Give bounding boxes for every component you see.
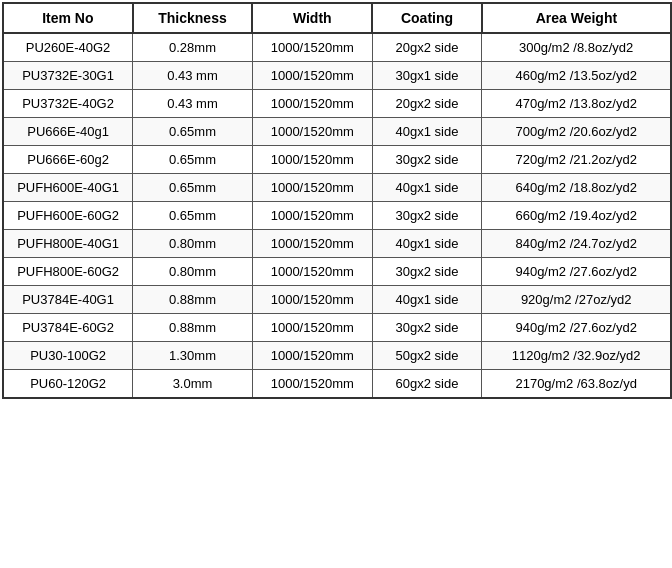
- item-no-cell: PU60-120G2: [3, 370, 133, 399]
- width-cell: 1000/1520mm: [252, 258, 372, 286]
- width-cell: 1000/1520mm: [252, 286, 372, 314]
- item-no-cell: PU3784E-40G1: [3, 286, 133, 314]
- table-row: PU666E-60g20.65mm1000/1520mm30gx2 side72…: [3, 146, 671, 174]
- table-row: PU3784E-60G20.88mm1000/1520mm30gx2 side9…: [3, 314, 671, 342]
- table-row: PU3732E-40G20.43 mm1000/1520mm20gx2 side…: [3, 90, 671, 118]
- table-row: PUFH600E-60G20.65mm1000/1520mm30gx2 side…: [3, 202, 671, 230]
- coating-cell: 40gx1 side: [372, 118, 482, 146]
- width-cell: 1000/1520mm: [252, 62, 372, 90]
- coating-cell: 40gx1 side: [372, 286, 482, 314]
- width-cell: 1000/1520mm: [252, 202, 372, 230]
- item-no-cell: PU260E-40G2: [3, 33, 133, 62]
- thickness-cell: 0.43 mm: [133, 90, 253, 118]
- area-weight-cell: 2170g/m2 /63.8oz/yd: [482, 370, 671, 399]
- table-row: PU3732E-30G10.43 mm1000/1520mm30gx1 side…: [3, 62, 671, 90]
- item-no-cell: PUFH800E-40G1: [3, 230, 133, 258]
- column-header-thickness: Thickness: [133, 3, 253, 33]
- item-no-cell: PUFH600E-40G1: [3, 174, 133, 202]
- area-weight-cell: 920g/m2 /27oz/yd2: [482, 286, 671, 314]
- width-cell: 1000/1520mm: [252, 90, 372, 118]
- thickness-cell: 0.88mm: [133, 286, 253, 314]
- thickness-cell: 0.65mm: [133, 202, 253, 230]
- item-no-cell: PUFH800E-60G2: [3, 258, 133, 286]
- thickness-cell: 0.80mm: [133, 258, 253, 286]
- area-weight-cell: 1120g/m2 /32.9oz/yd2: [482, 342, 671, 370]
- width-cell: 1000/1520mm: [252, 230, 372, 258]
- thickness-cell: 0.88mm: [133, 314, 253, 342]
- item-no-cell: PU666E-60g2: [3, 146, 133, 174]
- item-no-cell: PU3732E-30G1: [3, 62, 133, 90]
- coating-cell: 60gx2 side: [372, 370, 482, 399]
- thickness-cell: 0.65mm: [133, 118, 253, 146]
- table-row: PU3784E-40G10.88mm1000/1520mm40gx1 side9…: [3, 286, 671, 314]
- table-row: PU60-120G23.0mm1000/1520mm60gx2 side2170…: [3, 370, 671, 399]
- table-row: PUFH800E-40G10.80mm1000/1520mm40gx1 side…: [3, 230, 671, 258]
- item-no-cell: PU3784E-60G2: [3, 314, 133, 342]
- thickness-cell: 0.65mm: [133, 174, 253, 202]
- coating-cell: 30gx2 side: [372, 146, 482, 174]
- column-header-width: Width: [252, 3, 372, 33]
- table-row: PUFH800E-60G20.80mm1000/1520mm30gx2 side…: [3, 258, 671, 286]
- area-weight-cell: 700g/m2 /20.6oz/yd2: [482, 118, 671, 146]
- area-weight-cell: 720g/m2 /21.2oz/yd2: [482, 146, 671, 174]
- coating-cell: 20gx2 side: [372, 33, 482, 62]
- area-weight-cell: 940g/m2 /27.6oz/yd2: [482, 258, 671, 286]
- item-no-cell: PU3732E-40G2: [3, 90, 133, 118]
- thickness-cell: 0.65mm: [133, 146, 253, 174]
- product-table: Item NoThicknessWidthCoatingArea Weight …: [2, 2, 672, 399]
- table-row: PU30-100G21.30mm1000/1520mm50gx2 side112…: [3, 342, 671, 370]
- area-weight-cell: 460g/m2 /13.5oz/yd2: [482, 62, 671, 90]
- coating-cell: 30gx2 side: [372, 314, 482, 342]
- coating-cell: 30gx2 side: [372, 258, 482, 286]
- width-cell: 1000/1520mm: [252, 33, 372, 62]
- area-weight-cell: 470g/m2 /13.8oz/yd2: [482, 90, 671, 118]
- width-cell: 1000/1520mm: [252, 118, 372, 146]
- width-cell: 1000/1520mm: [252, 174, 372, 202]
- thickness-cell: 0.28mm: [133, 33, 253, 62]
- area-weight-cell: 840g/m2 /24.7oz/yd2: [482, 230, 671, 258]
- thickness-cell: 1.30mm: [133, 342, 253, 370]
- area-weight-cell: 940g/m2 /27.6oz/yd2: [482, 314, 671, 342]
- item-no-cell: PU666E-40g1: [3, 118, 133, 146]
- area-weight-cell: 660g/m2 /19.4oz/yd2: [482, 202, 671, 230]
- thickness-cell: 0.43 mm: [133, 62, 253, 90]
- area-weight-cell: 300g/m2 /8.8oz/yd2: [482, 33, 671, 62]
- coating-cell: 20gx2 side: [372, 90, 482, 118]
- coating-cell: 40gx1 side: [372, 174, 482, 202]
- column-header-area-weight: Area Weight: [482, 3, 671, 33]
- thickness-cell: 3.0mm: [133, 370, 253, 399]
- width-cell: 1000/1520mm: [252, 370, 372, 399]
- item-no-cell: PU30-100G2: [3, 342, 133, 370]
- thickness-cell: 0.80mm: [133, 230, 253, 258]
- table-row: PUFH600E-40G10.65mm1000/1520mm40gx1 side…: [3, 174, 671, 202]
- coating-cell: 50gx2 side: [372, 342, 482, 370]
- table-row: PU666E-40g10.65mm1000/1520mm40gx1 side70…: [3, 118, 671, 146]
- area-weight-cell: 640g/m2 /18.8oz/yd2: [482, 174, 671, 202]
- width-cell: 1000/1520mm: [252, 314, 372, 342]
- coating-cell: 40gx1 side: [372, 230, 482, 258]
- column-header-item-no: Item No: [3, 3, 133, 33]
- coating-cell: 30gx1 side: [372, 62, 482, 90]
- table-row: PU260E-40G20.28mm1000/1520mm20gx2 side30…: [3, 33, 671, 62]
- width-cell: 1000/1520mm: [252, 146, 372, 174]
- coating-cell: 30gx2 side: [372, 202, 482, 230]
- item-no-cell: PUFH600E-60G2: [3, 202, 133, 230]
- column-header-coating: Coating: [372, 3, 482, 33]
- width-cell: 1000/1520mm: [252, 342, 372, 370]
